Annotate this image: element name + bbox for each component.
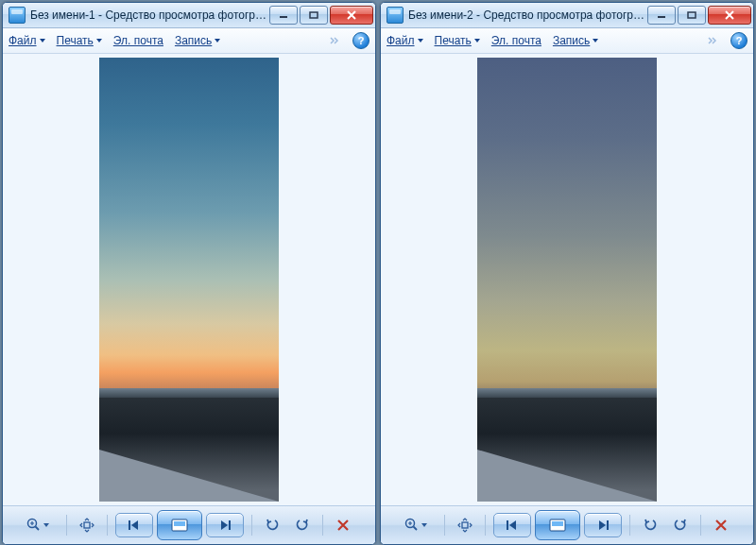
bottom-toolbar — [381, 505, 753, 544]
svg-rect-4 — [129, 520, 130, 530]
menu-record[interactable]: Запись — [175, 34, 220, 47]
rotate-ccw-icon — [643, 518, 658, 533]
overflow-chevron-icon[interactable] — [328, 34, 341, 47]
image-viewport[interactable] — [381, 54, 753, 505]
titlebar[interactable]: Без имени-2 - Средство просмотра фотогра… — [381, 3, 753, 28]
titlebar[interactable]: Без имени-1 - Средство просмотра фотогра… — [3, 3, 375, 28]
help-button[interactable]: ? — [352, 32, 369, 49]
delete-icon — [714, 519, 728, 532]
next-icon — [217, 519, 232, 531]
chevron-down-icon — [40, 39, 45, 43]
close-button[interactable] — [708, 6, 751, 25]
delete-button[interactable] — [709, 514, 733, 536]
fit-window-button[interactable] — [75, 514, 99, 536]
maximize-button[interactable] — [300, 6, 328, 25]
overflow-chevron-icon[interactable] — [706, 34, 719, 47]
menu-file[interactable]: Файл — [387, 34, 423, 47]
delete-button[interactable] — [331, 514, 355, 536]
chevron-down-icon — [421, 523, 427, 527]
rotate-cw-icon — [673, 518, 688, 533]
prev-icon — [505, 519, 520, 531]
rotate-cw-button[interactable] — [668, 514, 693, 536]
photo-viewer-window-2: Без имени-2 - Средство просмотра фотогра… — [380, 2, 754, 545]
window-buttons — [647, 6, 751, 25]
fit-window-button[interactable] — [453, 514, 477, 536]
svg-rect-14 — [552, 521, 563, 526]
nav-group — [493, 510, 622, 540]
chevron-down-icon — [215, 39, 220, 43]
photo-content — [477, 58, 657, 502]
slideshow-icon — [548, 518, 567, 533]
menu-file[interactable]: Файл — [9, 34, 45, 47]
svg-rect-15 — [607, 520, 609, 530]
minimize-button[interactable] — [647, 6, 676, 25]
app-icon — [387, 7, 404, 24]
svg-rect-0 — [280, 16, 287, 18]
menu-print[interactable]: Печать — [435, 34, 480, 47]
close-button[interactable] — [330, 6, 373, 25]
svg-rect-8 — [658, 16, 665, 18]
window-title: Без имени-2 - Средство просмотра фотогра… — [408, 9, 647, 22]
svg-rect-7 — [229, 520, 231, 530]
menu-print[interactable]: Печать — [57, 34, 102, 47]
zoom-button[interactable] — [24, 514, 59, 536]
window-title: Без имени-1 - Средство просмотра фотогра… — [30, 9, 269, 22]
svg-rect-6 — [174, 521, 185, 526]
window-buttons — [269, 6, 373, 25]
slideshow-button[interactable] — [535, 510, 580, 540]
nav-group — [115, 510, 244, 540]
image-viewport[interactable] — [3, 54, 375, 505]
bottom-toolbar — [3, 505, 375, 544]
prev-icon — [127, 519, 142, 531]
next-button[interactable] — [584, 513, 622, 537]
menubar: Файл Печать Эл. почта Запись ? — [381, 28, 753, 54]
app-icon — [9, 7, 26, 24]
next-button[interactable] — [206, 513, 244, 537]
rotate-ccw-button[interactable] — [260, 514, 284, 536]
svg-rect-1 — [310, 12, 318, 18]
chevron-down-icon — [418, 39, 423, 43]
chevron-down-icon — [593, 39, 598, 43]
slideshow-icon — [170, 518, 189, 533]
svg-rect-3 — [84, 522, 90, 528]
slideshow-button[interactable] — [157, 510, 202, 540]
minimize-button[interactable] — [269, 6, 298, 25]
menu-email[interactable]: Эл. почта — [113, 34, 163, 47]
rotate-ccw-icon — [265, 518, 280, 533]
rotate-ccw-button[interactable] — [638, 514, 662, 536]
maximize-button[interactable] — [678, 6, 706, 25]
rotate-cw-icon — [295, 518, 310, 533]
rotate-cw-button[interactable] — [290, 514, 315, 536]
zoom-in-icon — [26, 518, 42, 533]
zoom-in-icon — [404, 518, 420, 533]
menu-email[interactable]: Эл. почта — [491, 34, 541, 47]
chevron-down-icon — [474, 39, 480, 43]
prev-button[interactable] — [493, 513, 531, 537]
menu-record[interactable]: Запись — [553, 34, 598, 47]
svg-rect-12 — [507, 520, 508, 530]
photo-content — [99, 58, 279, 502]
next-icon — [595, 519, 610, 531]
desktop: Без имени-1 - Средство просмотра фотогра… — [0, 0, 756, 545]
chevron-down-icon — [43, 523, 49, 527]
help-button[interactable]: ? — [730, 32, 747, 49]
menubar: Файл Печать Эл. почта Запись ? — [3, 28, 375, 54]
photo-viewer-window-1: Без имени-1 - Средство просмотра фотогра… — [2, 2, 376, 545]
delete-icon — [336, 519, 350, 532]
zoom-button[interactable] — [402, 514, 437, 536]
prev-button[interactable] — [115, 513, 153, 537]
svg-rect-9 — [688, 12, 696, 18]
chevron-down-icon — [96, 39, 102, 43]
fit-icon — [79, 518, 94, 533]
fit-icon — [457, 518, 472, 533]
svg-rect-11 — [462, 522, 468, 528]
